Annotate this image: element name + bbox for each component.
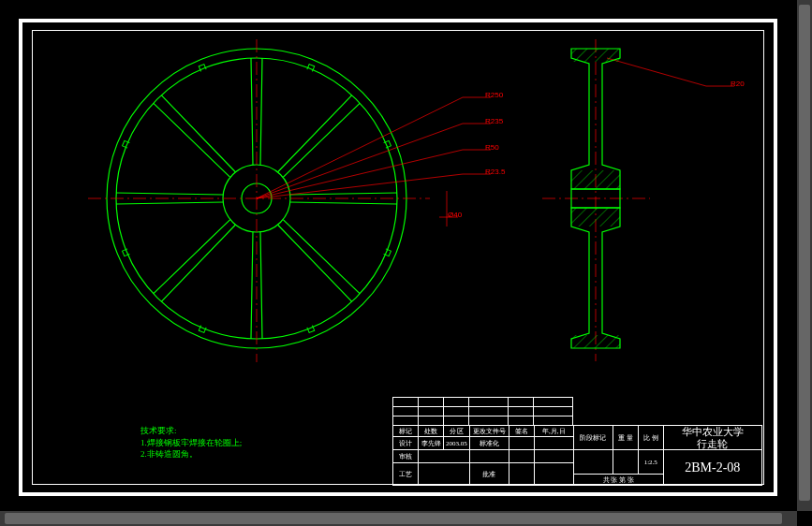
tb-r1c2: 处数 [419,426,444,437]
dim-r235: R235 [485,117,503,125]
svg-rect-25 [571,335,620,348]
svg-rect-24 [571,208,620,226]
notes-line1: 1.焊接钢板牢焊接在轮圈上; [140,437,242,449]
tb-r3c6 [534,450,573,463]
tb-r2c2: 李先锋 [419,437,444,450]
tb-sheet: 共 张 第 张 [573,475,663,486]
dim-d40: Ø40 [448,211,462,219]
tb-r4c1: 工艺 [393,463,419,486]
tb-side-h3: 比 例 [638,426,663,450]
notes-line2: 2.非铸造圆角。 [140,448,242,460]
dim-r23-5: R23.5 [485,168,505,176]
tb-side-h2: 重 量 [613,426,638,450]
scroll-thumb-h[interactable] [5,513,782,524]
tb-r1c4: 更改文件号 [469,426,509,437]
tb-r3c5 [509,450,534,463]
tb-r1c5: 签名 [509,426,534,437]
tb-partno: 2BM-2-08 [663,450,761,486]
dim-r50: R50 [485,143,499,152]
tb-r1c6: 年,月,日 [534,426,573,437]
tb-r2c1: 设计 [393,437,419,450]
tb-r1c3: 分 区 [444,426,470,437]
tech-notes: 技术要求: 1.焊接钢板牢焊接在轮圈上; 2.非铸造圆角。 [140,425,242,460]
tb-org: 华中农业大学 行走轮 [663,426,761,450]
svg-line-10 [257,124,463,198]
scrollbar-horizontal[interactable] [0,511,797,526]
scroll-thumb-v[interactable] [799,5,810,501]
svg-line-18 [607,58,706,86]
dim-r250: R250 [485,91,503,99]
svg-line-12 [257,150,463,198]
tb-r4c4: 批准 [469,463,509,486]
title-block: 标记 处数 分 区 更改文件号 签名 年,月,日 阶段标记 重 量 比 例 华中… [392,425,762,486]
tb-r2c4: 标准化 [469,437,509,450]
tb-side-h1: 阶段标记 [573,426,613,450]
tb-side-v2 [613,450,638,475]
cad-canvas[interactable]: R250 R235 R50 R23.5 Ø40 R20 技术要求: 1.焊接钢板… [0,0,812,526]
scrollbar-vertical[interactable] [797,0,812,511]
tb-r3c1: 审核 [393,450,419,463]
tb-r1c1: 标记 [393,426,419,437]
tb-r3c4 [469,450,509,463]
svg-rect-22 [571,49,620,62]
svg-rect-23 [571,170,620,189]
tb-r2c5 [509,437,534,450]
tb-side-v3: 1:2.5 [638,450,663,475]
dim-r20: R20 [731,80,745,88]
tb-side-v1 [573,450,613,475]
tb-org-l1: 华中农业大学 [682,426,744,437]
tb-org-l2: 行走轮 [697,438,728,449]
notes-title: 技术要求: [140,425,242,437]
tb-r3c2 [419,450,470,463]
revision-table [392,397,573,426]
tb-r2c6 [534,437,573,450]
svg-line-8 [257,97,463,198]
tb-r2c3: 2003.05 [444,437,470,450]
